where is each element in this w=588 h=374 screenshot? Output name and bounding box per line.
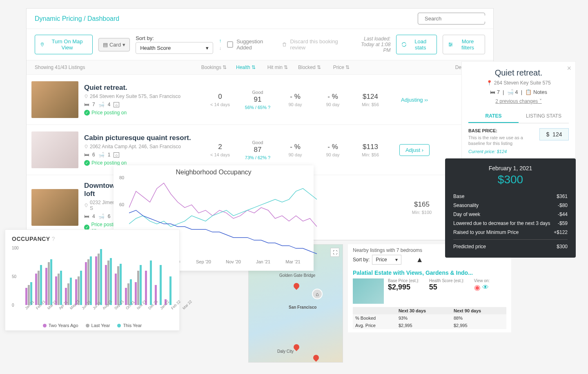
base-price-input[interactable]: $ 124 [539, 128, 569, 140]
listing-title: Quiet retreat. [84, 84, 198, 92]
previous-changes-link[interactable]: 2 previous changes ˅ [468, 98, 569, 104]
search-input[interactable] [425, 16, 493, 22]
airbnb-icon[interactable]: ◉ [474, 283, 481, 292]
check-icon: ✓ [84, 110, 90, 116]
bed-icon: 🛏 [84, 102, 89, 107]
bath-icon: 🛁 [98, 102, 105, 107]
side-meta: 🛏 7 | 🛁 4 | 📋 Notes [468, 89, 569, 95]
svg-point-7 [451, 44, 452, 45]
listing-meta: 🛏7 🛁4 ⌂ [84, 102, 198, 107]
listing-row[interactable]: Quiet retreat. 264 Steven Key Suite 575,… [27, 75, 493, 125]
discard-review[interactable]: Discard this booking review [282, 38, 350, 51]
arrow-down-icon: ↓ [219, 45, 221, 51]
occupancy-chart: 100 50 0 [12, 248, 173, 305]
listing-status: ✓ Price posting on [84, 160, 198, 166]
close-icon[interactable]: × [567, 64, 571, 73]
map-pin[interactable] [312, 354, 320, 362]
tab-listing-stats[interactable]: LISTING STATS [519, 110, 569, 123]
col-price[interactable]: Price ⇅ [325, 65, 357, 70]
svg-point-6 [449, 43, 450, 44]
side-title: Quiet retreat. [468, 68, 569, 78]
svg-point-8 [450, 45, 450, 46]
card-view-button[interactable]: ▤Card▾ [98, 38, 130, 51]
price-breakdown-tooltip: February 1, 2021 $300 Base$361Seasonalit… [445, 158, 576, 258]
arrow-up-icon: ↑ [219, 38, 221, 44]
suggestion-added[interactable]: Suggestion Added [227, 38, 276, 51]
side-tabs: RATES LISTING STATS [468, 110, 569, 123]
columns-header: Showing 41/43 Listings Bookings ⇅ Health… [27, 60, 493, 75]
listing-thumbnail [31, 189, 78, 226]
home-icon: ⌂ [114, 102, 119, 107]
col-blocked[interactable]: Blocked ⇅ [294, 65, 325, 70]
chevron-down-icon: ▾ [206, 45, 209, 51]
pin-icon [84, 94, 88, 99]
refresh-icon [401, 42, 407, 47]
showing-count: Showing 41/43 Listings [35, 65, 198, 70]
nearby-stats-table: Next 30 daysNext 90 days % Booked93%88% … [353, 307, 506, 329]
col-bookings[interactable]: Bookings ⇅ [198, 65, 230, 70]
occupancy-chart-panel: OCCUPANCY ? 100 50 0 Jan 21Feb 21Mar 21A… [5, 229, 180, 331]
listing-title: Cabin picturesque quaint resort. [84, 134, 198, 142]
col-hitmin[interactable]: Hit min ⇅ [262, 65, 294, 70]
listing-thumbnail [31, 131, 78, 168]
breadcrumb[interactable]: Dynamic Pricing / Dashboard [35, 15, 119, 22]
last-loaded: Last loaded: Today at 1:08 PM [355, 36, 390, 53]
tooltip-total: $300 [453, 173, 568, 186]
current-price: Current price: $124 [468, 149, 569, 154]
sort-direction[interactable]: ↑ ↓ [219, 38, 221, 51]
col-health[interactable]: Health ⇅ [230, 65, 262, 70]
occupancy-legend: Two Years Ago Last Year This Year [12, 323, 173, 328]
tab-rates[interactable]: RATES [468, 110, 519, 123]
chevron-down-icon: ▾ [395, 257, 398, 263]
bath-icon: 🛁 [98, 152, 105, 158]
checkbox-icon[interactable] [227, 41, 233, 48]
home-icon: ⌂ [114, 152, 119, 158]
filters-icon [448, 42, 453, 47]
listing-status: ✓ Price posting on [84, 110, 198, 116]
map-view-button[interactable]: Turn On Map View [35, 35, 93, 54]
bed-icon: 🛏 [84, 152, 89, 158]
side-address: 📍 264 Steven Key Suite 575 [468, 80, 569, 86]
more-filters-button[interactable]: More filters [443, 35, 485, 54]
adjust-button[interactable]: Adjust › [399, 144, 430, 156]
trash-icon [282, 41, 287, 48]
pin-icon [40, 42, 45, 47]
tooltip-date: February 1, 2021 [453, 165, 568, 171]
nearby-listing-title[interactable]: Palatial Estate with Views, Gardens & In… [353, 269, 506, 276]
map-pin[interactable] [292, 343, 301, 351]
pin-icon [84, 203, 88, 208]
bed-icon: 🛏 [84, 214, 89, 219]
search-box[interactable] [418, 13, 485, 24]
map-pin[interactable] [292, 282, 301, 290]
home-marker[interactable]: ⌂ [312, 289, 323, 299]
fullscreen-icon[interactable]: ⛶ [330, 248, 339, 257]
caret-up-icon[interactable]: ▲ [416, 256, 423, 264]
check-icon: ✓ [84, 160, 90, 166]
sort-label: Sort by: [136, 35, 213, 41]
listing-thumbnail [31, 81, 78, 118]
nearby-thumbnail [353, 278, 384, 304]
pin-icon [84, 144, 88, 149]
sort-select[interactable]: Health Score ▾ [136, 42, 213, 54]
eye-icon[interactable]: 👁 [482, 284, 489, 291]
svg-point-2 [42, 43, 42, 44]
listing-meta: 🛏6 🛁1 ⌂ [84, 152, 198, 158]
listing-address: 2062 Anita Camp Apt. 246, San Francisco [84, 144, 198, 149]
adjusting-label[interactable]: Adjusting ›› [401, 97, 428, 103]
bath-icon: 🛁 [98, 214, 105, 219]
listing-address: 264 Steven Key Suite 575, San Francisco [84, 94, 198, 99]
nearby-sort-select[interactable]: Price▾ [372, 255, 401, 265]
load-stats-button[interactable]: Load stats [396, 35, 437, 54]
